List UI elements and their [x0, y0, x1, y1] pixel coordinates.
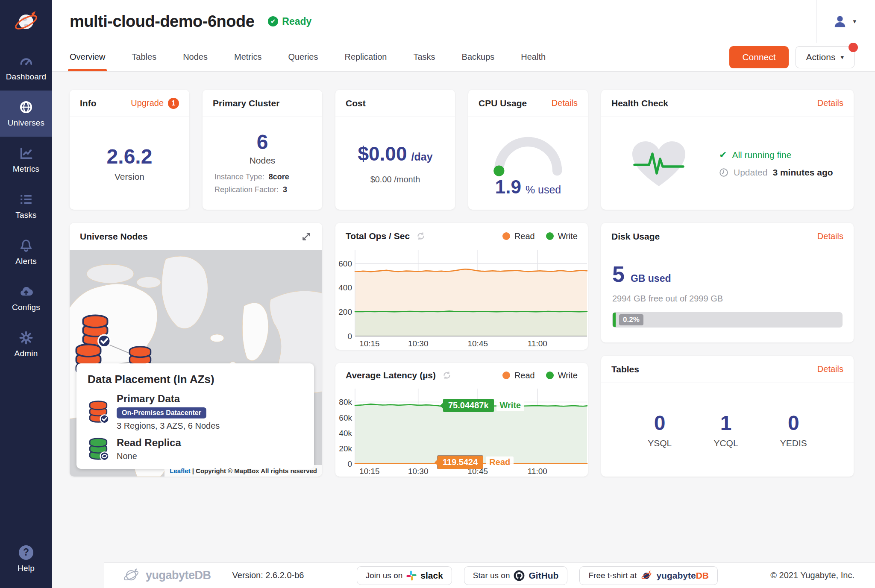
sidebar-item-help[interactable]: ? Help — [0, 536, 52, 582]
svg-text:11:00: 11:00 — [528, 467, 547, 476]
version-label: Version — [115, 172, 144, 182]
tab-health[interactable]: Health — [521, 43, 546, 71]
disk-usage-bar: 0.2% — [612, 312, 843, 328]
github-icon — [514, 570, 525, 581]
clock-icon — [719, 168, 728, 177]
cpu-unit: % used — [526, 184, 561, 196]
sidebar: Dashboard Universes Metrics — [0, 0, 52, 588]
updated-value: 3 minutes ago — [772, 167, 833, 178]
cpu-gauge — [486, 129, 570, 177]
tab-tasks[interactable]: Tasks — [413, 43, 435, 71]
universes-globe-icon — [19, 100, 33, 114]
slack-button[interactable]: Join us on slack — [357, 566, 452, 585]
tab-nodes[interactable]: Nodes — [183, 43, 208, 71]
sidebar-item-label: Configs — [12, 303, 40, 312]
tab-metrics[interactable]: Metrics — [234, 43, 261, 71]
write-legend-label: Write — [558, 231, 578, 241]
footer: yugabyteDB Version: 2.6.2.0-b6 Join us o… — [104, 562, 875, 588]
replica-database-icon — [88, 437, 109, 461]
svg-text:200: 200 — [338, 307, 352, 316]
tab-replication[interactable]: Replication — [344, 43, 387, 71]
refresh-icon[interactable] — [416, 231, 426, 241]
sidebar-item-label: Dashboard — [6, 72, 47, 82]
cost-title: Cost — [346, 98, 366, 108]
actions-button[interactable]: Actions ▾ — [796, 46, 854, 68]
avg-latency-title: Average Latency (µs) — [346, 370, 436, 380]
tab-overview[interactable]: Overview — [70, 43, 105, 71]
replication-factor-row: Replication Factor:3 — [214, 185, 310, 194]
leaflet-link[interactable]: Leaflet — [170, 467, 190, 474]
sidebar-item-universes[interactable]: Universes — [0, 91, 52, 137]
cpu-usage-card: CPU Usage Details 1.9 % used — [468, 90, 588, 210]
footer-copyright: © 2021 Yugabyte, Inc. — [770, 570, 854, 580]
slack-prefix: Join us on — [366, 571, 403, 580]
chart-legend: Read Write — [502, 371, 578, 380]
sidebar-item-metrics[interactable]: Metrics — [0, 137, 52, 183]
tables-title: Tables — [611, 364, 639, 374]
health-details-link[interactable]: Details — [817, 98, 843, 108]
svg-text:600: 600 — [338, 259, 352, 268]
connect-button[interactable]: Connect — [729, 46, 788, 68]
upgrade-label: Upgrade — [131, 98, 164, 108]
sidebar-item-label: Universes — [8, 118, 44, 128]
admin-gear-icon — [19, 331, 33, 345]
refresh-icon[interactable] — [442, 370, 452, 380]
tables-details-link[interactable]: Details — [817, 364, 843, 374]
yedis-stat: 0 YEDIS — [780, 411, 807, 448]
yugabyte-logo[interactable] — [0, 0, 52, 44]
sidebar-item-label: Admin — [15, 349, 38, 358]
map-attribution: Leaflet | Copyright © MapBox All rights … — [164, 465, 322, 477]
chevron-down-icon: ▾ — [840, 53, 844, 61]
github-button[interactable]: Star us on GitHub — [464, 566, 568, 585]
svg-text:0: 0 — [347, 332, 352, 341]
status-label: Ready — [282, 16, 311, 27]
metrics-chart-icon — [19, 146, 33, 161]
svg-text:11:00: 11:00 — [528, 339, 547, 348]
read-legend-dot — [502, 232, 510, 240]
user-menu[interactable]: ▾ — [816, 0, 875, 43]
cpu-value: 1.9 — [495, 176, 521, 198]
sidebar-item-admin[interactable]: Admin — [0, 321, 52, 367]
avg-latency-chart: 020k40k60k80k10:1510:3010:4511:00 75.044… — [335, 388, 588, 477]
sidebar-item-label: Alerts — [15, 257, 37, 266]
write-legend-dot — [546, 372, 554, 379]
sidebar-item-configs[interactable]: Configs — [0, 275, 52, 321]
tasks-list-icon — [19, 192, 33, 207]
sidebar-item-dashboard[interactable]: Dashboard — [0, 44, 52, 91]
map-canvas[interactable]: Data Placement (In AZs) — [70, 250, 322, 477]
disk-usage-card: Disk Usage Details 5 GB used 2994 GB fre… — [601, 223, 854, 342]
universe-title: multi-cloud-demo-6node — [70, 12, 254, 31]
notification-dot — [849, 43, 858, 52]
primary-data-item: Primary Data On-Premises Datacenter 3 Re… — [88, 393, 303, 431]
tshirt-brand-accent: DB — [696, 570, 709, 580]
cpu-details-link[interactable]: Details — [552, 98, 578, 108]
ycql-stat: 1 YCQL — [714, 411, 738, 448]
configs-cloud-icon — [19, 284, 33, 299]
data-placement-panel: Data Placement (In AZs) — [76, 363, 314, 469]
health-updated-row: Updated 3 minutes ago — [719, 167, 833, 178]
read-replica-item: Read Replica None — [88, 437, 303, 461]
read-legend-label: Read — [514, 231, 535, 241]
health-status-row: ✔ All running fine — [719, 149, 833, 161]
nodes-count: 6 — [257, 130, 268, 154]
sidebar-item-alerts[interactable]: Alerts — [0, 229, 52, 275]
sidebar-item-tasks[interactable]: Tasks — [0, 183, 52, 229]
disk-details-link[interactable]: Details — [817, 231, 843, 241]
svg-text:80k: 80k — [339, 398, 352, 407]
upgrade-link[interactable]: Upgrade 1 — [131, 98, 179, 109]
version-value: 2.6.2 — [107, 145, 153, 168]
tab-queries[interactable]: Queries — [288, 43, 318, 71]
chart-legend: Read Write — [502, 231, 578, 241]
tab-backups[interactable]: Backups — [462, 43, 495, 71]
tab-tables[interactable]: Tables — [132, 43, 156, 71]
tshirt-button[interactable]: Free t-shirt at yugabyteDB — [579, 566, 718, 585]
cost-per-day-unit: /day — [411, 151, 433, 163]
avg-latency-card: Average Latency (µs) Read Write 020k40k6… — [335, 363, 588, 477]
primary-data-summary: 3 Regions, 3 AZS, 6 Nodes — [117, 421, 220, 431]
expand-icon[interactable] — [301, 231, 312, 242]
total-ops-title: Total Ops / Sec — [346, 231, 410, 241]
cost-card: Cost $0.00 /day $0.00 /month — [335, 90, 455, 210]
svg-text:0: 0 — [347, 459, 352, 468]
slack-name: slack — [420, 570, 443, 581]
disk-used-value: 5 — [612, 261, 625, 287]
